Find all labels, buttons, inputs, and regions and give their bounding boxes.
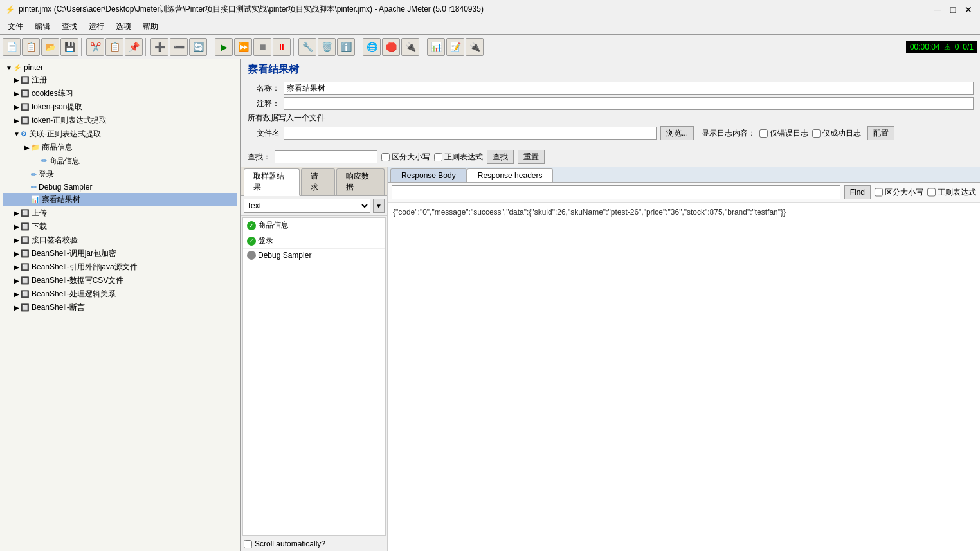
name-input[interactable] — [284, 82, 974, 95]
toggle-button[interactable]: 🔄 — [189, 38, 207, 56]
minimize-button[interactable]: ─ — [931, 3, 944, 16]
clear-button[interactable]: 🗑️ — [318, 38, 336, 56]
function-helper-button[interactable]: 🔧 — [298, 38, 316, 56]
dropdown-arrow-icon[interactable]: ▼ — [373, 199, 385, 213]
view-type-select[interactable]: Text HTML JSON XML — [244, 199, 370, 213]
remote-stop-button[interactable]: 🛑 — [382, 38, 400, 56]
expand-icon-beanshell-assert[interactable]: ▶ — [13, 304, 21, 311]
tree-label-beanshell-logic: BeanShell-处理逻辑关系 — [32, 289, 116, 300]
tab-sampler-result[interactable]: 取样器结果 — [244, 168, 300, 196]
search-input[interactable] — [275, 150, 377, 163]
regex-checkbox[interactable] — [434, 153, 442, 161]
save-button[interactable]: 💾 — [60, 38, 78, 56]
info-button[interactable]: ℹ️ — [337, 38, 355, 56]
reset-button[interactable]: 重置 — [518, 150, 545, 164]
tree-item-product-sampler[interactable]: ✏ 商品信息 — [3, 154, 237, 168]
tree-item-cookies[interactable]: ▶ 🔲 cookies练习 — [3, 87, 237, 100]
tree-label-upload: 上传 — [32, 208, 47, 219]
tree-item-beanshell-csv[interactable]: ▶ 🔲 BeanShell-数据写CSV文件 — [3, 274, 237, 287]
start-no-pause-button[interactable]: ⏩ — [234, 38, 252, 56]
tree-item-debug-sampler[interactable]: ✏ Debug Sampler — [3, 181, 237, 193]
new-button[interactable]: 📄 — [3, 38, 21, 56]
case-sensitive-checkbox[interactable] — [381, 153, 390, 161]
copy-button[interactable]: 📋 — [105, 38, 123, 56]
tree-item-beanshell-jar[interactable]: ▶ 🔲 BeanShell-调用jar包加密 — [3, 247, 237, 260]
tree-item-beanshell-assert[interactable]: ▶ 🔲 BeanShell-断言 — [3, 301, 237, 314]
tree-item-product-group[interactable]: ▶ 📁 商品信息 — [3, 141, 237, 154]
expand-icon-beanshell-logic[interactable]: ▶ — [13, 291, 21, 298]
tree-item-token-regex[interactable]: ▶ 🔲 token-正则表达式提取 — [3, 114, 237, 127]
expand-icon-pinter[interactable]: ▼ — [5, 64, 13, 71]
expand-icon-token-json[interactable]: ▶ — [13, 104, 21, 111]
tree-item-download[interactable]: ▶ 🔲 下载 — [3, 220, 237, 233]
response-find-button[interactable]: Find — [844, 185, 871, 199]
response-search-input[interactable] — [392, 185, 840, 199]
collapse-button[interactable]: ➖ — [170, 38, 188, 56]
config-button[interactable]: 配置 — [867, 126, 894, 140]
sub-tab-response-headers[interactable]: Response headers — [467, 168, 554, 182]
expand-icon-download[interactable]: ▶ — [13, 223, 21, 230]
tab-request[interactable]: 请求 — [301, 168, 335, 195]
stop-button[interactable]: ⏹ — [253, 38, 271, 56]
paste-button[interactable]: 📌 — [125, 38, 143, 56]
expand-icon-upload[interactable]: ▶ — [13, 210, 21, 217]
remote-exit-button[interactable]: 🔌 — [401, 38, 419, 56]
success-only-checkbox[interactable] — [812, 129, 821, 138]
menu-edit[interactable]: 编辑 — [30, 20, 55, 33]
find-button[interactable]: 查找 — [487, 150, 514, 164]
result-item-product[interactable]: ✓ 商品信息 — [243, 218, 385, 233]
browse-button[interactable]: 浏览... — [660, 126, 694, 140]
log-viewer-button[interactable]: 📝 — [446, 38, 464, 56]
scroll-auto-checkbox[interactable] — [244, 540, 252, 548]
sub-tab-response-body[interactable]: Response Body — [390, 168, 467, 182]
result-item-login[interactable]: ✓ 登录 — [243, 233, 385, 249]
tree-item-interface-sign[interactable]: ▶ 🔲 接口签名校验 — [3, 233, 237, 247]
tab-response-data[interactable]: 响应数据 — [336, 168, 385, 195]
tree-item-link-regex[interactable]: ▼ ⚙ 关联-正则表达式提取 — [3, 127, 237, 141]
tree-item-view-results[interactable]: 📊 察看结果树 — [3, 193, 237, 206]
tree-item-beanshell-java[interactable]: ▶ 🔲 BeanShell-引用外部java源文件 — [3, 260, 237, 274]
filename-input[interactable] — [284, 127, 657, 140]
remote-start-button[interactable]: 🌐 — [363, 38, 381, 56]
tree-item-signup[interactable]: ▶ 🔲 注册 — [3, 73, 237, 87]
open-button[interactable]: 📂 — [41, 38, 59, 56]
tree-item-upload[interactable]: ▶ 🔲 上传 — [3, 206, 237, 220]
expand-icon-signup[interactable]: ▶ — [13, 77, 21, 84]
expand-icon-beanshell-jar[interactable]: ▶ — [13, 250, 21, 257]
menu-run[interactable]: 运行 — [84, 20, 109, 33]
expand-icon-interface-sign[interactable]: ▶ — [13, 237, 21, 244]
tree-item-beanshell-logic[interactable]: ▶ 🔲 BeanShell-处理逻辑关系 — [3, 287, 237, 301]
shutdown-button[interactable]: ⏸ — [273, 38, 291, 56]
expand-button[interactable]: ➕ — [150, 38, 168, 56]
summary-button[interactable]: 📊 — [427, 38, 445, 56]
expand-icon-link-regex[interactable]: ▼ — [13, 131, 21, 138]
response-case-checkbox[interactable] — [875, 185, 883, 199]
plugin-button[interactable]: 🔌 — [466, 38, 484, 56]
open-template-button[interactable]: 📋 — [22, 38, 40, 56]
menu-file[interactable]: 文件 — [3, 20, 28, 33]
menu-find[interactable]: 查找 — [57, 20, 82, 33]
sampler-icon-login: ✏ — [31, 170, 37, 179]
expand-icon-beanshell-java[interactable]: ▶ — [13, 264, 21, 271]
tree-item-pinter[interactable]: ▼ ⚡ pinter — [3, 62, 237, 73]
expand-icon-cookies[interactable]: ▶ — [13, 90, 21, 97]
tree-label-login: 登录 — [39, 169, 54, 180]
tree-item-token-json[interactable]: ▶ 🔲 token-json提取 — [3, 100, 237, 114]
expand-icon-beanshell-csv[interactable]: ▶ — [13, 277, 21, 284]
tree-label-beanshell-csv: BeanShell-数据写CSV文件 — [32, 275, 123, 286]
tree-item-login[interactable]: ✏ 登录 — [3, 168, 237, 181]
cut-button[interactable]: ✂️ — [86, 38, 104, 56]
menu-options[interactable]: 选项 — [111, 20, 136, 33]
maximize-button[interactable]: □ — [947, 3, 959, 16]
start-button[interactable]: ▶ — [215, 38, 233, 56]
sampler-icon-debug: ✏ — [31, 183, 37, 192]
error-only-checkbox[interactable] — [759, 129, 768, 138]
expand-icon-token-regex[interactable]: ▶ — [13, 117, 21, 124]
search-bar-response: Find 区分大小写 正则表达式 — [388, 183, 980, 203]
result-item-debug[interactable]: Debug Sampler — [243, 249, 385, 262]
comment-input[interactable] — [284, 97, 974, 110]
response-regex-checkbox[interactable] — [927, 185, 936, 199]
menu-help[interactable]: 帮助 — [138, 20, 163, 33]
expand-icon-product-group[interactable]: ▶ — [23, 144, 31, 151]
close-button[interactable]: ✕ — [962, 3, 975, 16]
